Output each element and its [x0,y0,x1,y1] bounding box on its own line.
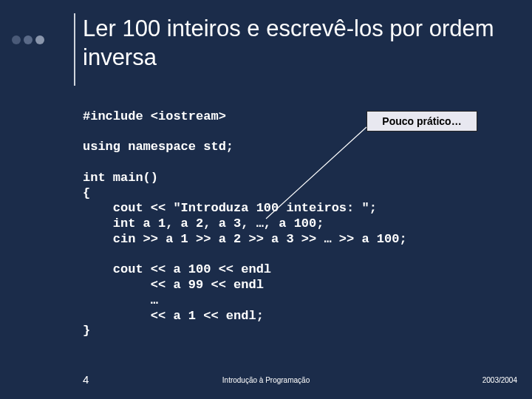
footer-right: 2003/2004 [482,376,517,384]
dot-2 [24,35,33,44]
code-line: int a 1, a 2, a 3, …, a 100; [83,216,324,231]
dot-3 [35,35,44,44]
code-line: int main() [83,171,158,185]
code-line: using namespace std; [83,140,233,154]
code-line: << a 99 << endl [83,278,264,292]
footer-center: Introdução à Programação [0,376,532,384]
slide-title: Ler 100 inteiros e escrevê-los por ordem… [83,15,511,72]
code-line: cout << a 100 << endl [83,262,271,276]
code-line: << a 1 << endl; [83,309,264,323]
code-block: #include <iostream> using namespace std;… [83,109,407,339]
code-line: { [83,186,90,200]
title-rule [74,13,75,86]
code-line: … [83,293,158,307]
code-line: cout << "Introduza 100 inteiros: "; [83,201,377,215]
code-line: #include <iostream> [83,109,226,123]
decorative-dots [12,35,44,44]
code-line: } [83,324,90,338]
code-line: cin >> a 1 >> a 2 >> a 3 >> … >> a 100; [83,232,407,246]
dot-1 [12,35,21,44]
callout-text: Pouco prático… [382,115,461,127]
callout-annotation: Pouco prático… [366,111,477,132]
